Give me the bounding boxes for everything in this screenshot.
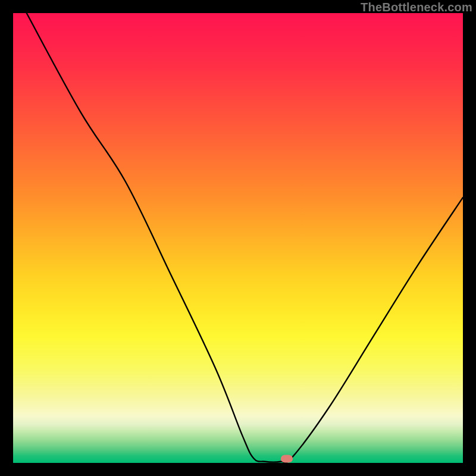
bottleneck-curve xyxy=(27,13,463,463)
watermark-text: TheBottleneck.com xyxy=(361,1,472,14)
plot-area xyxy=(13,13,463,463)
chart-container: TheBottleneck.com xyxy=(0,0,476,476)
optimal-point-marker xyxy=(281,455,293,463)
curve-svg xyxy=(13,13,463,463)
